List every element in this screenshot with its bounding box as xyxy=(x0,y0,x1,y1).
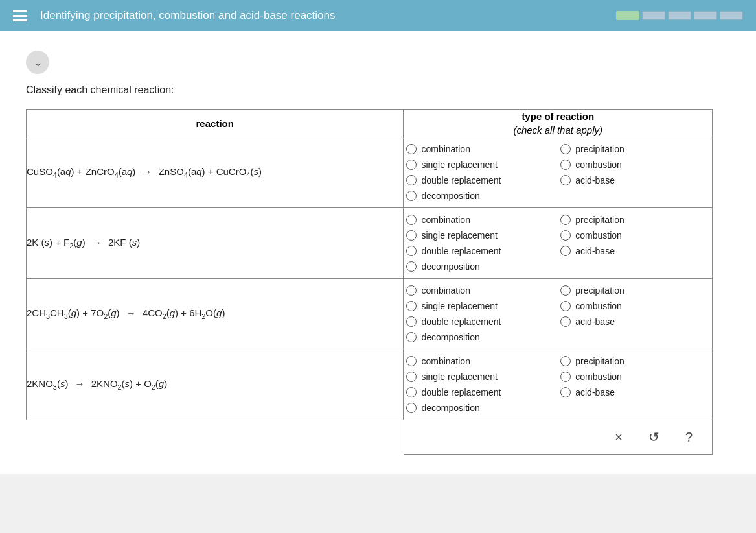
action-bar: × ↺ ? xyxy=(26,420,713,455)
content-area: ⌄ Classify each chemical reaction: react… xyxy=(0,31,756,474)
radio-acid-base-1[interactable] xyxy=(560,175,571,185)
radio-decomposition-1[interactable] xyxy=(406,191,417,201)
option-single-replacement-1[interactable]: single replacement xyxy=(406,158,555,171)
option-acid-base-2[interactable]: acid-base xyxy=(560,244,709,257)
option-precipitation-2[interactable]: precipitation xyxy=(560,213,709,226)
option-acid-base-4[interactable]: acid-base xyxy=(560,386,709,399)
radio-combustion-3[interactable] xyxy=(560,301,571,311)
reaction-cell-4: 2KNO3(s) → 2KNO2(s) + O2(g) xyxy=(27,349,404,420)
radio-combination-4[interactable] xyxy=(406,356,417,366)
progress-indicator xyxy=(616,11,743,20)
option-precipitation-1[interactable]: precipitation xyxy=(560,143,709,156)
options-cell-2: combination precipitation single replace… xyxy=(404,208,713,279)
option-single-replacement-2[interactable]: single replacement xyxy=(406,229,555,242)
column-header-reaction: reaction xyxy=(27,110,404,137)
option-decomposition-2[interactable]: decomposition xyxy=(406,260,555,273)
progress-bar-3 xyxy=(668,11,691,20)
classify-label: Classify each chemical reaction: xyxy=(26,84,730,96)
option-combination-1[interactable]: combination xyxy=(406,143,555,156)
option-acid-base-1[interactable]: acid-base xyxy=(560,174,709,187)
progress-bar-1 xyxy=(616,11,639,20)
column-header-type: type of reaction (check all that apply) xyxy=(404,110,713,137)
help-button[interactable]: ? xyxy=(682,429,696,446)
option-double-replacement-3[interactable]: double replacement xyxy=(406,315,555,328)
reaction-formula-3: 2CH3CH3(g) + 7O2(g) → 4CO2(g) + 6H2O(g) xyxy=(27,307,225,318)
option-combination-3[interactable]: combination xyxy=(406,284,555,297)
table-row: 2KNO3(s) → 2KNO2(s) + O2(g) combination … xyxy=(27,349,713,420)
radio-decomposition-4[interactable] xyxy=(406,403,417,413)
option-acid-base-3[interactable]: acid-base xyxy=(560,315,709,328)
table-row: 2CH3CH3(g) + 7O2(g) → 4CO2(g) + 6H2O(g) … xyxy=(27,279,713,349)
radio-precipitation-3[interactable] xyxy=(560,285,571,296)
radio-combustion-1[interactable] xyxy=(560,160,571,170)
option-combustion-1[interactable]: combustion xyxy=(560,158,709,171)
hamburger-menu[interactable] xyxy=(13,10,27,21)
progress-bar-4 xyxy=(694,11,717,20)
option-decomposition-1[interactable]: decomposition xyxy=(406,189,555,202)
option-combination-2[interactable]: combination xyxy=(406,213,555,226)
radio-acid-base-4[interactable] xyxy=(560,387,571,397)
reaction-formula-4: 2KNO3(s) → 2KNO2(s) + O2(g) xyxy=(27,378,167,389)
option-combustion-2[interactable]: combustion xyxy=(560,229,709,242)
option-decomposition-4[interactable]: decomposition xyxy=(406,401,555,414)
progress-bar-2 xyxy=(642,11,665,20)
option-precipitation-3[interactable]: precipitation xyxy=(560,284,709,297)
undo-button[interactable]: ↺ xyxy=(645,428,663,446)
radio-precipitation-2[interactable] xyxy=(560,215,571,225)
reaction-cell-1: CuSO4(aq) + ZnCrO4(aq) → ZnSO4(aq) + CuC… xyxy=(27,137,404,208)
radio-single-replacement-2[interactable] xyxy=(406,230,417,241)
radio-combustion-2[interactable] xyxy=(560,230,571,241)
option-precipitation-4[interactable]: precipitation xyxy=(560,355,709,368)
radio-acid-base-3[interactable] xyxy=(560,316,571,327)
radio-single-replacement-1[interactable] xyxy=(406,160,417,170)
option-double-replacement-2[interactable]: double replacement xyxy=(406,244,555,257)
option-combustion-4[interactable]: combustion xyxy=(560,370,709,383)
radio-combination-2[interactable] xyxy=(406,215,417,225)
options-cell-4: combination precipitation single replace… xyxy=(404,349,713,420)
radio-double-replacement-1[interactable] xyxy=(406,175,417,185)
options-cell-3: combination precipitation single replace… xyxy=(404,279,713,349)
dropdown-button[interactable]: ⌄ xyxy=(26,51,49,74)
options-cell-1: combination precipitation single replace… xyxy=(404,137,713,208)
radio-single-replacement-3[interactable] xyxy=(406,301,417,311)
option-decomposition-3[interactable]: decomposition xyxy=(406,331,555,344)
option-combination-4[interactable]: combination xyxy=(406,355,555,368)
radio-double-replacement-2[interactable] xyxy=(406,246,417,256)
option-single-replacement-3[interactable]: single replacement xyxy=(406,300,555,313)
radio-double-replacement-3[interactable] xyxy=(406,316,417,327)
radio-acid-base-2[interactable] xyxy=(560,246,571,256)
table-row: 2K (s) + F2(g) → 2KF (s) combination pre… xyxy=(27,208,713,279)
reaction-formula-2: 2K (s) + F2(g) → 2KF (s) xyxy=(27,237,140,248)
progress-bar-5 xyxy=(720,11,743,20)
reaction-cell-2: 2K (s) + F2(g) → 2KF (s) xyxy=(27,208,404,279)
radio-single-replacement-4[interactable] xyxy=(406,372,417,382)
radio-precipitation-4[interactable] xyxy=(560,356,571,366)
option-combustion-3[interactable]: combustion xyxy=(560,300,709,313)
radio-decomposition-2[interactable] xyxy=(406,261,417,272)
radio-combustion-4[interactable] xyxy=(560,372,571,382)
close-button[interactable]: × xyxy=(611,429,626,446)
table-row: CuSO4(aq) + ZnCrO4(aq) → ZnSO4(aq) + CuC… xyxy=(27,137,713,208)
radio-decomposition-3[interactable] xyxy=(406,332,417,342)
option-single-replacement-4[interactable]: single replacement xyxy=(406,370,555,383)
reaction-formula-1: CuSO4(aq) + ZnCrO4(aq) → ZnSO4(aq) + CuC… xyxy=(27,166,262,177)
radio-double-replacement-4[interactable] xyxy=(406,387,417,397)
radio-combination-1[interactable] xyxy=(406,144,417,154)
reaction-cell-3: 2CH3CH3(g) + 7O2(g) → 4CO2(g) + 6H2O(g) xyxy=(27,279,404,349)
header-bar: Identifying precipitation, combustion an… xyxy=(0,0,756,31)
reactions-table: reaction type of reaction (check all tha… xyxy=(26,109,713,420)
option-double-replacement-1[interactable]: double replacement xyxy=(406,174,555,187)
action-buttons-container: × ↺ ? xyxy=(404,420,713,455)
option-double-replacement-4[interactable]: double replacement xyxy=(406,386,555,399)
header-title: Identifying precipitation, combustion an… xyxy=(40,9,616,22)
radio-precipitation-1[interactable] xyxy=(560,144,571,154)
radio-combination-3[interactable] xyxy=(406,285,417,296)
